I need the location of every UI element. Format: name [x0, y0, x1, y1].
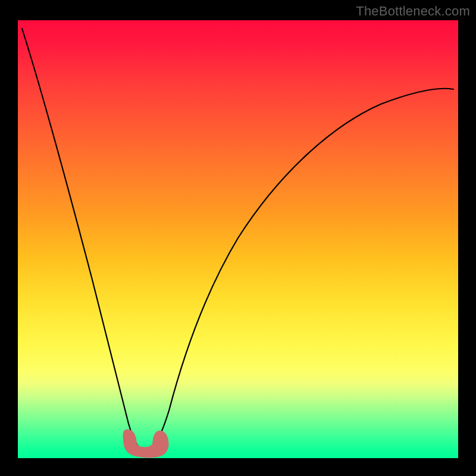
chart-svg: [0, 0, 476, 476]
outer-frame: TheBottleneck.com: [0, 0, 476, 476]
watermark-text: TheBottleneck.com: [356, 4, 470, 19]
trough-marker: [123, 430, 168, 458]
bottleneck-curve: [22, 29, 453, 453]
